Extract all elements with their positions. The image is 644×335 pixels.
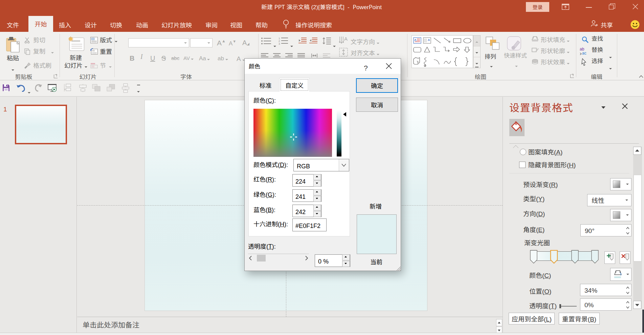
svg-text:3: 3: [279, 42, 280, 45]
svg-text:ac: ac: [582, 51, 586, 55]
svg-text:A: A: [414, 38, 417, 42]
svg-text:A: A: [344, 36, 348, 42]
svg-text:A: A: [428, 38, 430, 42]
